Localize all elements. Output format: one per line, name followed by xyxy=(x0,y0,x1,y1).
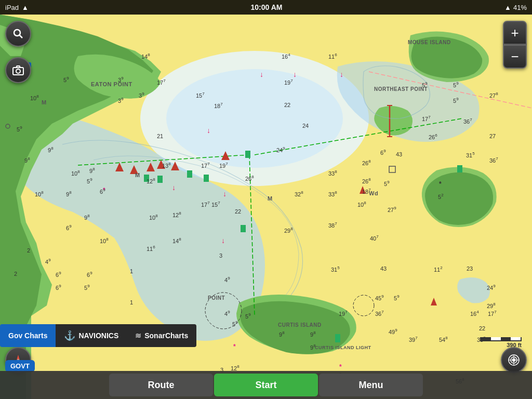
sonarcharts-tab[interactable]: ≋ SonarCharts xyxy=(127,324,196,347)
depth-value: 24 xyxy=(302,123,309,129)
depth-value: 59 xyxy=(232,320,238,327)
route-button[interactable]: Route xyxy=(109,374,213,396)
navionics-tab[interactable]: ⚓ NAVIONICS xyxy=(56,324,127,347)
mouse-island-label: MOUSE ISLAND xyxy=(408,39,451,45)
depth-value: 138 xyxy=(162,162,171,169)
depth-value: 22 xyxy=(479,325,485,331)
depth-value: 108 xyxy=(100,237,109,244)
depth-value: 148 xyxy=(172,237,181,244)
menu-button[interactable]: Menu xyxy=(319,374,423,396)
curtis-island-light-label: CURTIS ISLAND LIGHT xyxy=(315,345,371,350)
depth-value: 59 xyxy=(84,284,90,291)
svg-rect-27 xyxy=(457,165,462,172)
depth-value: 397 xyxy=(409,336,418,343)
depth-value: 98 xyxy=(24,156,30,164)
depth-value: 98 xyxy=(48,146,54,153)
depth-value: 1 xyxy=(130,268,133,274)
depth-value: 98 xyxy=(89,167,95,174)
gov-charts-tab[interactable]: Gov Charts xyxy=(0,324,56,347)
depth-value: 49 xyxy=(224,276,230,283)
govt-badge[interactable]: GOVT xyxy=(5,360,35,372)
svg-point-42 xyxy=(14,30,20,36)
depth-value: 112 xyxy=(434,265,443,273)
depth-value: 116 xyxy=(328,52,337,60)
layers-button[interactable] xyxy=(501,347,527,373)
depth-value: 69 xyxy=(66,224,72,231)
depth-value: 315 xyxy=(331,265,340,273)
depth-value: 197 xyxy=(339,310,348,317)
depth-value: 548 xyxy=(439,336,448,343)
signal-icon: ▲ xyxy=(504,4,511,11)
gov-charts-label: Gov Charts xyxy=(8,331,47,340)
depth-value: 177 xyxy=(422,115,431,122)
search-button[interactable] xyxy=(5,21,31,47)
camera-button[interactable] xyxy=(5,57,31,83)
depth-value: 108 xyxy=(71,169,80,177)
sonarcharts-label: SonarCharts xyxy=(144,331,188,340)
start-button[interactable]: Start xyxy=(214,374,318,396)
zoom-out-button[interactable]: − xyxy=(503,45,527,69)
navionics-label: NAVIONICS xyxy=(78,331,118,340)
wifi-icon: ▲ xyxy=(22,4,29,11)
m-label-2: M xyxy=(268,195,273,202)
depth-value: 407 xyxy=(370,234,379,242)
depth-value: 328 xyxy=(295,190,303,197)
depth-value: 128 xyxy=(172,211,181,218)
m-label-3: M xyxy=(135,172,140,178)
svg-rect-22 xyxy=(187,170,192,178)
scale-block-4 xyxy=(511,337,521,340)
svg-text:↓: ↓ xyxy=(221,236,225,245)
depth-value: 298 xyxy=(487,302,496,309)
status-left: iPad ▲ xyxy=(5,4,29,11)
depth-value: 108 xyxy=(149,214,158,221)
depth-value: 43 xyxy=(396,151,402,157)
depth-value: 23 xyxy=(467,265,473,272)
depth-value: 116 xyxy=(147,245,155,252)
status-bar: iPad ▲ 10:00 AM ▲ 41% xyxy=(0,0,532,15)
depth-value: 157 xyxy=(196,91,205,99)
scale-block-1 xyxy=(481,337,491,340)
depth-value: 177 xyxy=(157,78,166,86)
depth-value: 59 xyxy=(453,97,459,104)
depth-value: 59 xyxy=(17,125,22,132)
svg-rect-26 xyxy=(335,334,340,342)
scale-label: 390 ft xyxy=(507,342,522,348)
point-label: POINT xyxy=(208,295,225,301)
depth-value: 49 xyxy=(45,258,51,265)
depth-value: 177 xyxy=(201,201,210,208)
depth-value: 27 xyxy=(489,133,496,139)
depth-value: 98 xyxy=(66,190,72,197)
svg-text:↓: ↓ xyxy=(207,126,210,135)
depth-value: 249 xyxy=(487,284,496,291)
depth-value: 128 xyxy=(147,177,155,184)
depth-value: 338 xyxy=(328,190,337,197)
svg-text:↓: ↓ xyxy=(223,190,227,198)
svg-text:↓: ↓ xyxy=(340,70,343,78)
depth-value: 49 xyxy=(224,310,230,317)
depth-value: 2 xyxy=(27,247,30,254)
depth-value: 108 xyxy=(30,94,39,101)
depth-value: 266 xyxy=(429,133,437,140)
m-label-1: M xyxy=(42,99,47,105)
depth-value: 22 xyxy=(235,208,241,215)
depth-value: 52 xyxy=(438,193,444,200)
svg-text:↓: ↓ xyxy=(260,70,263,78)
chart-selector: Gov Charts ⚓ NAVIONICS ≋ SonarCharts xyxy=(0,324,196,347)
svg-text:*: * xyxy=(339,363,342,370)
depth-value: 177 xyxy=(201,162,210,169)
svg-text:↓: ↓ xyxy=(172,183,176,192)
depth-value: 197 xyxy=(219,162,228,169)
svg-line-43 xyxy=(20,35,23,38)
depth-value: 39 xyxy=(139,91,144,99)
depth-value: 98 xyxy=(279,330,285,338)
sonar-wave-icon: ≋ xyxy=(135,331,141,340)
depth-value: 278 xyxy=(489,91,498,99)
nav-anchor-icon: ⚓ xyxy=(64,330,75,341)
depth-value: 459 xyxy=(375,294,384,301)
svg-rect-21 xyxy=(157,176,163,183)
zoom-in-button[interactable]: + xyxy=(503,21,527,45)
svg-text:↓: ↓ xyxy=(293,70,297,78)
depth-value: 69 xyxy=(56,284,61,291)
depth-value: 43 xyxy=(380,265,387,272)
scale-block-3 xyxy=(501,337,511,340)
